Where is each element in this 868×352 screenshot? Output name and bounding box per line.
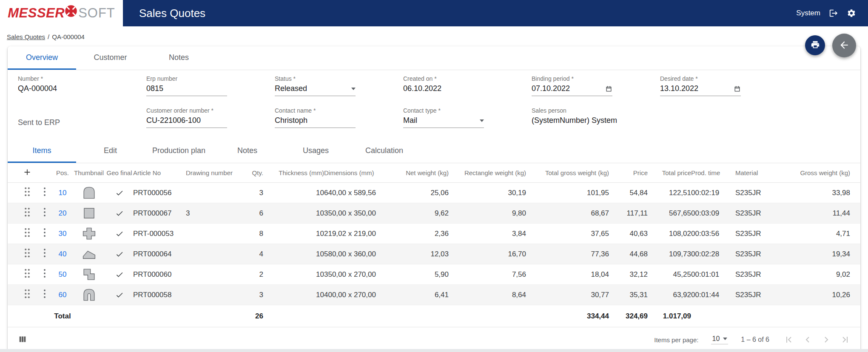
items-per-page-select[interactable]: 10 — [711, 335, 728, 344]
drag-handle-icon[interactable] — [23, 187, 31, 197]
col-header-rectangle-weight: Rectangle weight (kg) — [449, 169, 526, 176]
item-tab[interactable]: Items — [8, 139, 76, 163]
brand-logo[interactable]: MESSER SOFT — [0, 0, 123, 26]
cell-total-gross-weight: 37,65 — [526, 230, 609, 238]
cell-qty: 8 — [241, 230, 263, 238]
field-binding-period: Binding period * 07.10.2022 — [532, 75, 660, 96]
cell-prod-time: 00:02:28 — [691, 250, 735, 258]
cell-total-gross-weight: 101,95 — [526, 189, 609, 197]
row-menu-icon[interactable] — [43, 248, 46, 258]
field-erp-number: Erp number 0815 — [146, 75, 275, 96]
geo-final-check-icon — [115, 270, 124, 279]
breadcrumb-link-sales-quotes[interactable]: Sales Quotes — [7, 33, 45, 40]
main-tab[interactable]: Notes — [145, 46, 213, 70]
pos-link[interactable]: 60 — [59, 291, 67, 299]
field-desired-date-label: Desired date * — [660, 75, 850, 82]
drag-handle-icon[interactable] — [23, 207, 31, 217]
next-page-icon[interactable] — [821, 335, 831, 345]
arrow-back-icon — [839, 40, 850, 52]
cell-material: S235JR — [735, 189, 796, 197]
brand-messer-text: MESSER — [8, 6, 65, 21]
status-select[interactable]: Released — [275, 84, 356, 96]
cell-total-gross-weight: 77,36 — [526, 250, 609, 258]
cell-gross-weight: 33,98 — [796, 189, 850, 197]
calendar-icon[interactable] — [734, 85, 741, 92]
logout-icon[interactable] — [829, 9, 838, 18]
drag-handle-icon[interactable] — [23, 268, 31, 278]
add-item-button[interactable] — [23, 167, 32, 177]
column-settings-button[interactable] — [18, 335, 27, 345]
item-tab[interactable]: Calculation — [350, 139, 418, 163]
last-page-icon[interactable] — [840, 335, 850, 345]
cell-net-weight: 25,06 — [401, 189, 449, 197]
item-tab[interactable]: Usages — [282, 139, 350, 163]
main-tab[interactable]: Customer — [76, 46, 145, 70]
item-tab[interactable]: Production plan — [145, 139, 213, 163]
paginator: Items per page: 10 1 – 6 of 6 — [654, 335, 850, 345]
row-menu-icon[interactable] — [43, 269, 46, 278]
pos-link[interactable]: 30 — [59, 230, 67, 238]
desired-date-input[interactable]: 13.10.2022 — [660, 84, 741, 96]
col-header-dimensions: Dimensions (mm) — [324, 169, 401, 176]
printer-icon — [811, 40, 820, 51]
cell-qty: 3 — [241, 189, 263, 197]
calendar-icon[interactable] — [605, 85, 612, 92]
cell-thickness: 10 — [263, 270, 324, 279]
customer-order-number-input[interactable]: CU-221006-100 — [146, 116, 227, 128]
contact-type-value: Mail — [403, 116, 417, 125]
row-menu-icon[interactable] — [43, 228, 46, 237]
items-per-page-value: 10 — [712, 335, 720, 343]
item-tab-label: Usages — [303, 146, 329, 155]
contact-type-select[interactable]: Mail — [403, 116, 484, 128]
cell-price: 117,11 — [609, 209, 648, 218]
row-menu-icon[interactable] — [43, 207, 46, 217]
row-menu-icon[interactable] — [43, 187, 46, 196]
geo-final-check-icon — [115, 189, 124, 197]
pos-link[interactable]: 50 — [59, 270, 67, 278]
cell-dimensions: 350,00 x 270,00 — [324, 270, 401, 279]
total-gross-weight: 334,44 — [526, 312, 609, 321]
contact-name-input[interactable]: Christoph — [275, 116, 356, 128]
item-tab[interactable]: Notes — [213, 139, 282, 163]
pos-link[interactable]: 40 — [59, 250, 67, 258]
part-thumbnail — [81, 226, 97, 241]
cell-rectangle-weight: 8,64 — [449, 291, 526, 299]
binding-period-input[interactable]: 07.10.2022 — [532, 84, 612, 96]
back-button[interactable] — [832, 34, 856, 57]
cell-dimensions: 219,02 x 219,00 — [324, 230, 401, 238]
brand-target-icon — [65, 5, 77, 17]
main-tab-label: Customer — [94, 53, 127, 62]
cell-net-weight: 5,90 — [401, 270, 449, 279]
field-sales-person: Sales person (SystemNumber) System — [532, 107, 660, 130]
pos-link[interactable]: 20 — [59, 209, 67, 217]
print-button[interactable] — [805, 35, 825, 55]
col-header-price: Price — [609, 169, 648, 176]
pos-link[interactable]: 10 — [59, 189, 67, 197]
main-tab-label: Overview — [26, 53, 58, 62]
cell-prod-time: 00:03:56 — [691, 230, 735, 238]
items-per-page-label: Items per page: — [654, 336, 698, 343]
field-status-label: Status * — [275, 75, 403, 82]
col-header-drawing-number: Drawing number — [186, 169, 241, 176]
drag-handle-icon[interactable] — [23, 248, 31, 258]
chevron-down-icon — [480, 119, 484, 122]
table-total-row: Total 26 334,44 324,69 1.017,09 — [8, 305, 860, 327]
cell-thickness: 10 — [263, 291, 324, 299]
erp-number-input[interactable]: 0815 — [146, 84, 227, 96]
pager-nav — [784, 335, 850, 345]
settings-gear-icon[interactable] — [847, 9, 856, 18]
cell-price: 32,12 — [609, 270, 648, 279]
row-menu-icon[interactable] — [43, 289, 46, 298]
field-sales-person-value: (SystemNumber) System — [532, 116, 612, 128]
cell-thickness: 10 — [263, 230, 324, 238]
drag-handle-icon[interactable] — [23, 289, 31, 299]
page-range: 1 – 6 of 6 — [741, 336, 769, 343]
main-tab[interactable]: Overview — [8, 46, 76, 70]
cell-price: 44,68 — [609, 250, 648, 258]
cell-material: S235JR — [735, 270, 796, 279]
item-tab[interactable]: Edit — [76, 139, 145, 163]
drag-handle-icon[interactable] — [23, 227, 31, 238]
previous-page-icon[interactable] — [803, 335, 813, 345]
item-tab-label: Edit — [104, 146, 117, 155]
first-page-icon[interactable] — [784, 335, 794, 345]
